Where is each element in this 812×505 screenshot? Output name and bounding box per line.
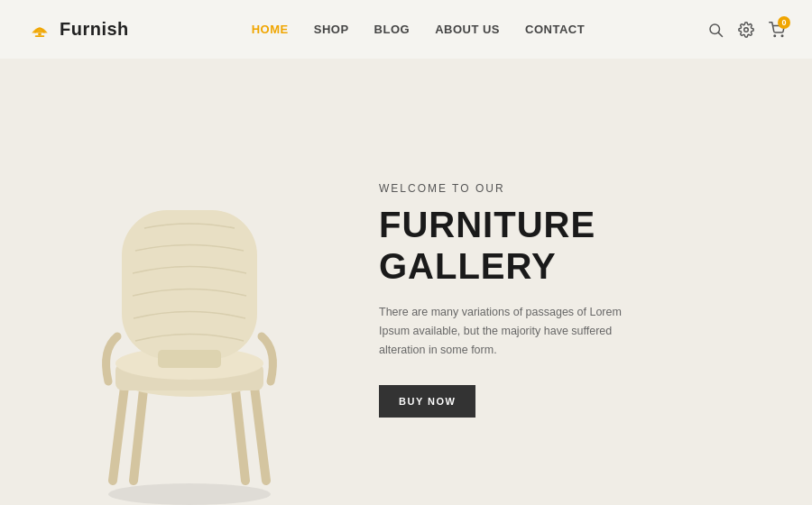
gear-icon <box>738 22 754 38</box>
search-button[interactable] <box>707 22 724 38</box>
hero-description: There are many variations of passages of… <box>379 303 650 361</box>
svg-line-3 <box>718 32 722 36</box>
nav-blog[interactable]: BLOG <box>374 23 411 36</box>
nav-shop[interactable]: SHOP <box>314 23 349 36</box>
svg-line-11 <box>235 381 245 481</box>
hero-body: WELCOME TO OUR FURNITURE GALLERY There a… <box>0 59 812 505</box>
chair-svg <box>36 120 343 506</box>
svg-rect-0 <box>38 32 42 35</box>
logo[interactable]: Furnish <box>27 17 129 42</box>
svg-point-6 <box>781 35 783 37</box>
buy-now-button[interactable]: BUY NOW <box>379 385 475 418</box>
search-icon <box>707 22 724 38</box>
nav-contact[interactable]: CONTACT <box>525 23 585 36</box>
site-header: Furnish HOME SHOP BLOG ABOUT US CONTACT <box>0 0 812 59</box>
logo-text: Furnish <box>60 19 129 40</box>
cart-button[interactable]: 0 <box>769 22 785 38</box>
settings-button[interactable] <box>738 22 754 38</box>
logo-icon <box>27 17 52 42</box>
hero-content: WELCOME TO OUR FURNITURE GALLERY There a… <box>379 146 812 418</box>
hero-welcome: WELCOME TO OUR <box>379 182 758 195</box>
main-nav: HOME SHOP BLOG ABOUT US CONTACT <box>252 23 585 36</box>
svg-point-4 <box>744 27 749 32</box>
svg-line-10 <box>134 381 144 481</box>
header-icons: 0 <box>707 22 785 38</box>
svg-point-5 <box>774 35 776 37</box>
nav-about[interactable]: ABOUT US <box>435 23 500 36</box>
svg-rect-16 <box>158 350 221 368</box>
hero-title: FURNITURE GALLERY <box>379 204 758 287</box>
cart-badge: 0 <box>778 16 790 29</box>
svg-point-7 <box>108 483 271 505</box>
svg-rect-15 <box>122 210 257 359</box>
chair-illustration <box>0 30 379 506</box>
nav-home[interactable]: HOME <box>252 23 289 36</box>
svg-rect-1 <box>35 35 45 37</box>
